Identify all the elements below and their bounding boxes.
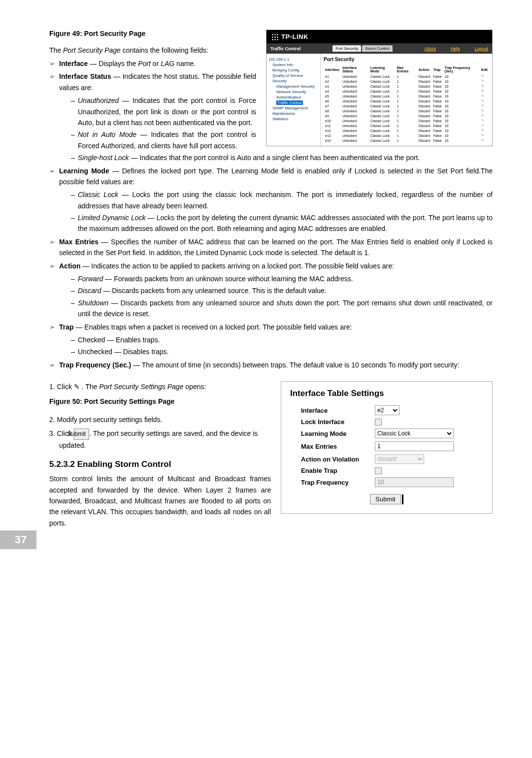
field-interface-status: Interface Status — Indicates the host st… bbox=[49, 71, 493, 163]
tp-link-header: TP-LINK bbox=[266, 30, 492, 43]
iface-settings-title: Interface Table Settings bbox=[290, 389, 483, 398]
tab-storm-control[interactable]: Storm Control bbox=[362, 45, 392, 52]
sub-limited-dynamic-lock: Limited Dynamic Lock — Locks the port by… bbox=[59, 212, 493, 234]
sub-unauthorized: Unauthorized — Indicates that the port c… bbox=[59, 95, 493, 128]
label-learning-mode: Learning Mode bbox=[301, 430, 375, 437]
label-enable-trap: Enable Trap bbox=[301, 467, 375, 474]
field-action: Action — Indicates the action to be appl… bbox=[49, 261, 493, 320]
select-interface[interactable]: e2 bbox=[375, 405, 399, 415]
submit-button[interactable]: Submit bbox=[370, 494, 400, 504]
sub-single-host-lock: Single-host Lock — Indicates that the po… bbox=[59, 152, 493, 163]
page-number: 37 bbox=[0, 530, 36, 549]
label-action-on-violation: Action on Violation bbox=[301, 456, 375, 463]
field-max-entries: Max Entries — Specifies the number of MA… bbox=[49, 236, 493, 259]
sub-forward: Forward — Forwards packets from an unkno… bbox=[59, 273, 493, 284]
link-help[interactable]: Help bbox=[451, 46, 460, 51]
pencil-icon: ✎ bbox=[74, 383, 80, 391]
label-trap-frequency: Trap Frequency bbox=[301, 479, 375, 486]
checkbox-lock-interface[interactable] bbox=[375, 419, 382, 426]
sub-classic-lock: Classic Lock — Locks the port using the … bbox=[59, 189, 493, 211]
input-trap-frequency bbox=[375, 477, 454, 487]
sub-checked: Checked — Enables traps. bbox=[59, 334, 493, 345]
tp-link-logo-icon bbox=[271, 33, 278, 40]
sub-discard: Discard — Discards packets from any unle… bbox=[59, 285, 493, 296]
field-trap: Trap — Enables traps when a packet is re… bbox=[49, 322, 493, 358]
tab-port-security[interactable]: Port Security bbox=[332, 45, 361, 52]
sub-shutdown: Shutdown — Discards packets from any unl… bbox=[59, 297, 493, 320]
tp-link-logo-text: TP-LINK bbox=[281, 33, 308, 40]
sub-unchecked: Unchecked — Disables traps. bbox=[59, 346, 493, 357]
cursor-icon bbox=[402, 494, 403, 504]
field-learning-mode: Learning Mode — Defines the locked port … bbox=[49, 165, 493, 234]
link-logout[interactable]: Logout bbox=[474, 46, 488, 51]
select-learning-mode[interactable]: Classic Lock bbox=[375, 428, 454, 438]
link-about[interactable]: About bbox=[424, 46, 436, 51]
interface-table-settings-panel: Interface Table Settings Interface e2 Lo… bbox=[281, 381, 493, 514]
input-max-entries[interactable] bbox=[375, 441, 454, 451]
label-interface: Interface bbox=[301, 407, 375, 414]
label-lock-interface: Lock Interface bbox=[301, 418, 375, 426]
field-interface: Interface — Displays the Port or LAG nam… bbox=[49, 58, 493, 69]
traffic-control-label: Traffic Control bbox=[270, 46, 301, 51]
select-action-on-violation: discard bbox=[375, 454, 424, 464]
tp-subheader: Traffic Control Port Security Storm Cont… bbox=[266, 43, 492, 54]
field-trap-frequency: Trap Frequency (Sec.) — The amount of ti… bbox=[49, 360, 493, 370]
label-max-entries: Max Entries bbox=[301, 443, 375, 450]
submit-button-inline: Submit bbox=[74, 428, 89, 440]
checkbox-enable-trap[interactable] bbox=[375, 467, 382, 474]
sub-not-in-auto: Not in Auto Mode — Indicates that the po… bbox=[59, 129, 493, 151]
